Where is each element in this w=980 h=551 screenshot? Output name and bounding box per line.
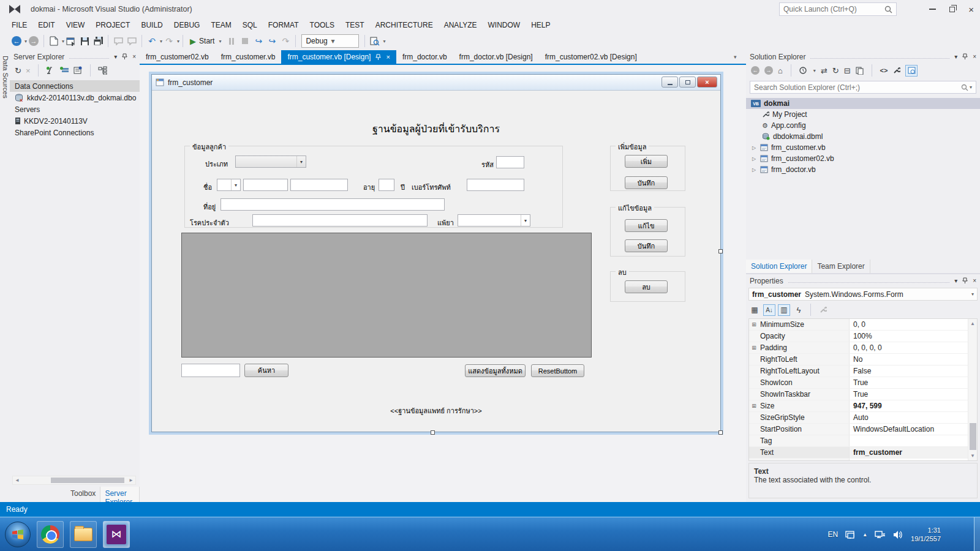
tab-server-explorer[interactable]: Server Explorer — [100, 487, 140, 502]
property-row[interactable]: ⊞Size947, 599 — [749, 400, 977, 412]
property-row[interactable]: Opacity100% — [749, 331, 977, 342]
menu-team[interactable]: TEAM — [205, 20, 236, 31]
edit-groupbox[interactable]: แก้ไขข้อมูล แก้ไข บันทึก — [610, 207, 685, 257]
pending-changes-filter-icon[interactable] — [799, 67, 807, 75]
menu-tools[interactable]: TOOLS — [304, 20, 340, 31]
menu-project[interactable]: PROJECT — [90, 20, 135, 31]
tree-item-frm-customer-vb[interactable]: ▷ frm_customer.vb — [746, 142, 980, 153]
edit-button[interactable]: แก้ไข — [625, 219, 668, 232]
find-in-files-icon[interactable] — [369, 34, 381, 48]
scroll-down-icon[interactable]: ▼ — [970, 453, 975, 459]
start-dropdown-icon[interactable]: ▾ — [219, 39, 221, 44]
menu-debug[interactable]: DEBUG — [168, 20, 206, 31]
start-button[interactable] — [5, 522, 31, 547]
menu-window[interactable]: WINDOW — [483, 20, 526, 31]
tab-team-explorer[interactable]: Team Explorer — [812, 260, 870, 273]
step-over-icon[interactable]: ↪ — [266, 34, 278, 48]
expand-icon[interactable]: ⊞ — [749, 319, 759, 330]
tree-expander-icon[interactable]: ▷ — [751, 167, 757, 173]
property-row[interactable]: RightToLeftLayoutFalse — [749, 365, 977, 377]
menu-view[interactable]: VIEW — [61, 20, 91, 31]
edit-save-button[interactable]: บันทึก — [625, 239, 668, 252]
tree-item-dbml[interactable]: dbdokmai.dbml — [746, 131, 980, 142]
home-icon[interactable]: ⌂ — [778, 66, 783, 75]
property-row[interactable]: Tag — [749, 435, 977, 447]
menu-test[interactable]: TEST — [340, 20, 370, 31]
tree-item-servers[interactable]: Servers — [10, 103, 140, 115]
form-close-button[interactable]: × — [697, 77, 717, 88]
network-icon[interactable] — [875, 530, 886, 539]
tree-item-database[interactable]: × kkdv2-20140113v.db_dokmai.dbo — [10, 92, 140, 103]
hierarchy-icon[interactable] — [98, 66, 107, 75]
property-row[interactable]: ShowInTaskbarTrue — [749, 389, 977, 400]
taskbar-explorer-button[interactable] — [70, 521, 97, 548]
tree-item-server[interactable]: KKDV2-20140113V — [10, 115, 140, 127]
code-textbox[interactable] — [496, 156, 524, 168]
search-textbox[interactable] — [181, 364, 240, 377]
menu-build[interactable]: BUILD — [135, 20, 168, 31]
config-dropdown-icon[interactable]: ▾ — [331, 37, 355, 45]
preview-selected-items-icon[interactable] — [905, 65, 918, 77]
tab-solution-explorer[interactable]: Solution Explorer — [746, 260, 812, 273]
solution-search-box[interactable]: ▾ — [750, 81, 976, 94]
restore-icon[interactable] — [949, 7, 955, 12]
filter-dropdown-icon[interactable]: ▾ — [813, 68, 816, 73]
events-lightning-icon[interactable]: ϟ — [793, 304, 805, 316]
resize-handle-bottom-right[interactable] — [718, 430, 723, 435]
delete-button[interactable]: ลบ — [625, 280, 668, 293]
close-icon[interactable]: × — [973, 53, 976, 60]
property-row[interactable]: ⊞MinimumSize0, 0 — [749, 319, 977, 331]
type-combobox[interactable]: ▾ — [235, 156, 306, 168]
form-maximize-button[interactable] — [679, 77, 696, 88]
pin-icon[interactable] — [375, 54, 381, 61]
undo-dropdown-icon[interactable]: ▾ — [160, 39, 162, 44]
refresh-icon[interactable]: ↻ — [832, 66, 839, 75]
add-item-icon[interactable] — [65, 34, 77, 48]
property-row[interactable]: SizeGripStyleAuto — [749, 412, 977, 424]
close-icon[interactable]: × — [132, 53, 136, 60]
add-groupbox[interactable]: เพิ่มข้อมูล เพิ่ม บันทึก — [610, 146, 685, 191]
search-options-icon[interactable]: ▾ — [970, 84, 972, 90]
form-footer-label[interactable]: <<ฐานข้อมูลแพทย์ การรักษา>> — [152, 405, 720, 416]
tree-expander-icon[interactable]: ▷ — [751, 145, 757, 151]
title-prefix-combobox[interactable]: ▾ — [217, 179, 241, 191]
resize-handle-right[interactable] — [718, 249, 723, 253]
tab-frm-doctor-vb-design[interactable]: frm_doctor.vb [Design] — [453, 50, 539, 64]
categorized-icon[interactable]: ▦ — [748, 304, 761, 316]
scroll-up-icon[interactable]: ▲ — [970, 321, 975, 326]
save-all-icon[interactable] — [92, 34, 104, 48]
phone-textbox[interactable] — [467, 179, 524, 191]
connect-database-icon[interactable] — [46, 66, 55, 75]
object-dropdown-icon[interactable]: ▾ — [971, 291, 974, 297]
navigate-back-icon[interactable]: ← — [12, 36, 21, 46]
tree-item-data-connections[interactable]: Data Connections — [10, 80, 140, 92]
tab-toolbox[interactable]: Toolbox — [66, 487, 100, 502]
property-row-text-selected[interactable]: Textfrm_customer — [749, 447, 977, 459]
show-all-files-icon[interactable] — [856, 66, 864, 75]
new-file-icon[interactable] — [48, 34, 60, 48]
data-sources-vertical-tab[interactable]: Data Sources — [0, 53, 10, 111]
show-all-button[interactable]: แสดงข้อมูลทั้งหมด — [465, 364, 526, 377]
taskbar-clock[interactable]: 1:31 19/1/2557 — [911, 526, 941, 543]
tree-item-sharepoint[interactable]: SharePoint Connections — [10, 127, 140, 138]
pane-menu-icon[interactable]: ▾ — [114, 53, 117, 60]
menu-file[interactable]: FILE — [6, 20, 32, 31]
pin-icon[interactable] — [962, 53, 968, 60]
customer-groupbox[interactable]: ข้อมูลลูกค้า ประเภท ▾ รหัส ชื่อ ▾ อายุ ป… — [184, 146, 563, 228]
tree-expander-icon[interactable]: ▷ — [751, 156, 757, 162]
menu-analyze[interactable]: ANALYZE — [439, 20, 483, 31]
property-row[interactable]: StartPositionWindowsDefaultLocation — [749, 424, 977, 435]
volume-icon[interactable] — [893, 530, 903, 539]
quick-launch-box[interactable] — [779, 2, 897, 16]
properties-view-icon[interactable]: ▥ — [778, 304, 790, 316]
navigate-forward-icon[interactable]: → — [29, 36, 39, 46]
add-save-button[interactable]: บันทึก — [625, 176, 668, 189]
solution-configurations-select[interactable]: Debug ▾ — [301, 34, 359, 48]
property-row[interactable]: RightToLeftNo — [749, 354, 977, 365]
keyboard-layout-icon[interactable] — [845, 530, 855, 539]
close-icon[interactable]: × — [968, 5, 974, 14]
first-name-textbox[interactable] — [243, 179, 288, 191]
hidden-icons-arrow[interactable]: ▲ — [862, 532, 867, 538]
view-code-icon[interactable]: <> — [880, 67, 888, 74]
scroll-left-icon[interactable]: ◄ — [13, 478, 20, 483]
